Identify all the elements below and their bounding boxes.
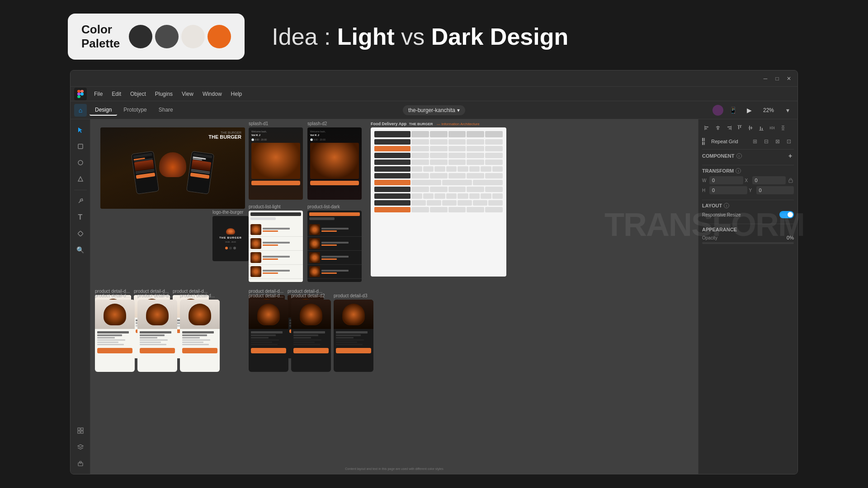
svg-rect-19 [716,127,720,127]
menu-window[interactable]: Window [199,89,226,99]
tab-share[interactable]: Share [153,105,179,116]
panel-icon-2[interactable]: ⊟ [761,136,771,146]
dist-h-icon[interactable] [767,123,777,133]
transform-info-icon[interactable]: i [736,168,741,174]
panel-icon-4[interactable]: ⊡ [784,136,794,146]
opacity-slider[interactable] [702,242,794,244]
dist-v-icon[interactable] [778,123,788,133]
svg-rect-23 [731,126,731,130]
panel-icon-3[interactable]: ⊠ [773,136,783,146]
product-item-3 [249,251,303,265]
burger-brand-text: THE BURGER THE BURGER [208,131,241,140]
align-left-icon[interactable] [702,123,712,133]
logo-dots [225,247,236,249]
opacity-label: Opacity [702,235,717,240]
close-button[interactable]: ✕ [785,75,793,82]
menu-edit[interactable]: Edit [108,89,125,99]
splash-d2-group: splash-d2 Welcome back, Vol K J 🕐 9:00 -… [307,121,362,200]
color-palette-card: Color Palette [68,14,245,60]
tab-design[interactable]: Design [90,105,117,116]
component-header: COMPONENT i + [702,152,794,160]
components-tool[interactable] [73,226,88,241]
menu-file[interactable]: File [90,89,106,99]
home-button[interactable]: ⌂ [74,104,87,117]
maximize-button[interactable]: □ [773,75,781,82]
large-light-frame-3-label: product detail-d... [180,293,220,298]
plugins-sidebar[interactable] [73,456,88,470]
product-item-4 [249,265,303,279]
menu-view[interactable]: View [178,89,197,99]
left-sidebar: T 🔍 [71,119,90,474]
product-list-dark-group: product-list-dark [307,204,362,282]
product-item-1 [249,223,303,237]
align-center-h-icon[interactable] [713,123,723,133]
align-right-icon[interactable] [724,123,734,133]
toolbar: ⌂ Design Prototype Share the-burger-kanc… [71,101,797,119]
file-name-pill[interactable]: the-burger-kanchita ▾ [403,105,465,115]
height-input[interactable] [709,186,747,194]
responsive-resize-toggle[interactable] [779,211,794,218]
text-tool[interactable]: T [73,210,88,225]
svg-rect-38 [782,127,784,129]
x-input[interactable] [752,176,786,184]
assets-tool[interactable] [73,423,88,438]
lock-aspect-icon[interactable] [788,177,794,183]
cursor-tool[interactable] [73,123,88,137]
logo-frame-group: logo-the-burger THE BURGER 09:00 - 20:00 [212,210,249,261]
layout-info-icon[interactable]: i [724,203,729,208]
zoom-chevron[interactable]: ▾ [781,104,794,117]
opacity-slider-row [702,242,794,244]
large-light-frame-1-group: product detail-d... [95,293,135,372]
zoom-tool[interactable]: 🔍 [73,243,88,257]
layers-tool[interactable] [73,440,88,454]
repeat-grid-row: Repeat Grid ⊞ ⊟ ⊠ ⊡ [702,136,794,146]
color-swatch-3 [181,25,205,48]
menu-help[interactable]: Help [227,89,246,99]
large-dark-d2-group: product detail-d2 [291,293,331,372]
ia-content [371,127,506,277]
svg-rect-5 [78,144,83,149]
svg-rect-9 [78,428,80,430]
play-button[interactable]: ▶ [743,104,756,117]
svg-rect-10 [81,428,83,430]
menu-bar: File Edit Object Plugins View Window Hel… [71,87,797,101]
repeat-grid-button[interactable]: Repeat Grid [707,136,748,146]
product-list-dark-frame [307,211,362,282]
component-add-icon[interactable]: + [787,152,794,160]
phone-preview-button[interactable]: 📱 [727,104,740,117]
figma-logo[interactable] [74,88,87,100]
y-input[interactable] [756,186,794,194]
ia-frame-label: Food Delivery App THE BURGER — Informati… [371,121,506,126]
align-top-icon[interactable] [735,123,745,133]
svg-rect-29 [748,128,753,128]
avatar-button[interactable] [712,105,723,116]
color-swatch-4 [208,25,231,48]
sidebar-divider-1 [74,190,87,190]
product-list-light-label: product-list-light [249,204,303,209]
zoom-display[interactable]: 22% [760,105,778,115]
minimize-button[interactable]: ─ [761,75,769,82]
svg-rect-25 [740,126,741,128]
align-center-v-icon[interactable] [745,123,755,133]
tab-prototype[interactable]: Prototype [118,105,152,116]
pen-tool[interactable] [73,194,88,208]
opacity-row: Opacity 0% [702,235,794,240]
svg-rect-30 [760,127,761,130]
canvas[interactable]: THE BURGER THE BURGER splash-d1 Welcome … [90,119,698,474]
component-info-icon[interactable]: i [736,153,742,159]
splash-d2-label: splash-d2 [307,121,362,126]
ellipse-tool[interactable] [73,155,88,170]
phone-mock-1 [131,151,159,194]
rectangle-tool[interactable] [73,139,88,154]
panel-icon-1[interactable]: ⊞ [750,136,760,146]
width-input[interactable] [709,176,743,184]
triangle-tool[interactable] [73,172,88,186]
svg-rect-32 [759,130,764,131]
toggle-knob [788,212,793,217]
svg-rect-31 [762,128,763,130]
divider-3 [702,200,794,200]
menu-object[interactable]: Object [127,89,150,99]
align-bottom-icon[interactable] [756,123,766,133]
divider-4 [702,224,794,224]
menu-plugins[interactable]: Plugins [151,89,176,99]
